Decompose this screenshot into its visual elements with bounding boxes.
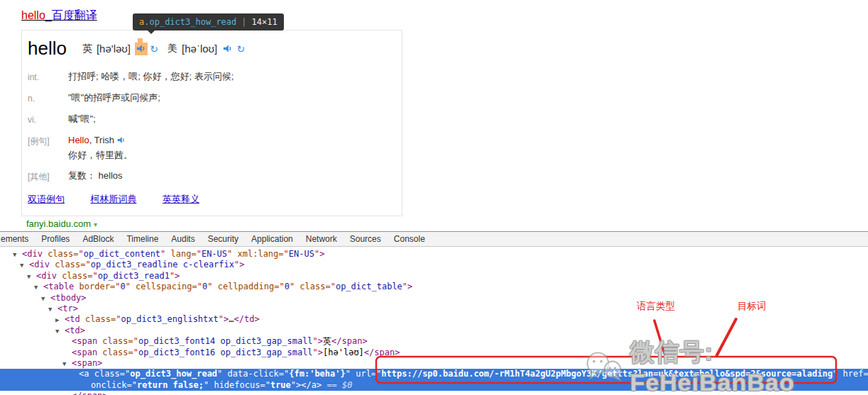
dom-tree-node[interactable]: ▼<table border="0" cellspacing="0" cellp… xyxy=(0,282,868,292)
uk-speaker-icon[interactable] xyxy=(135,43,148,55)
code-segment: <span xyxy=(72,336,97,346)
definition-text: 打招呼; 哈喽，喂; 你好，您好; 表示问候; xyxy=(68,69,234,84)
code-segment: op_dict3_englishtxt xyxy=(121,314,219,324)
code-segment: op_dict3_read1 xyxy=(98,271,170,281)
code-segment: op_dict3_font14 op_dict3_gap_small xyxy=(138,336,313,346)
dom-tree-node[interactable]: ▼<span> xyxy=(0,358,868,369)
code-segment: " xyxy=(85,260,90,269)
example-row: [例句] Hello, Trish 你好，特里茜。 xyxy=(28,133,397,162)
dropdown-arrow-icon[interactable]: ▾ xyxy=(94,221,97,228)
code-segment: hidefocus= xyxy=(209,380,265,390)
dom-tree-node[interactable]: ▼<div class="op_dict3_readline c-clearfi… xyxy=(0,260,868,270)
collapse-arrow-icon[interactable]: ▼ xyxy=(34,282,43,293)
code-segment: xml:lang= xyxy=(232,249,283,259)
title-rest: _百度翻译 xyxy=(45,9,97,21)
definition-text: "喂"的招呼声或问候声; xyxy=(68,91,160,106)
code-segment: > xyxy=(239,260,244,269)
link-collins-dict[interactable]: 柯林斯词典 xyxy=(90,194,136,204)
dom-tree-node[interactable]: ▼<div class="op_dict3_read1"> xyxy=(0,271,868,282)
expand-arrow-icon[interactable]: ▶ xyxy=(55,315,65,326)
other-row: [其他] 复数： hellos xyxy=(28,169,397,184)
code-segment: class= xyxy=(43,249,79,259)
code-segment: class= xyxy=(50,260,86,269)
elements-tree: ▼<div class="op_dict_content" lang="EN-U… xyxy=(0,247,868,395)
code-segment: https://sp0.baidu.com/-rM1hT4a2gU2pMbgoY… xyxy=(381,369,833,379)
collapse-arrow-icon[interactable]: ▼ xyxy=(55,326,65,337)
code-segment: </span> xyxy=(364,347,400,357)
plural-text: 复数： hellos xyxy=(68,169,123,184)
code-segment: </span> xyxy=(331,336,368,346)
code-segment: <div xyxy=(36,271,57,281)
code-segment: cellspacing= xyxy=(131,282,197,291)
dom-tree-node[interactable]: <span class="op_dict3_font16 op_dict3_ga… xyxy=(0,347,868,358)
dom-tree-selected-node[interactable]: onclick="return false;" hidefocus="true"… xyxy=(0,380,868,391)
code-segment: op_dict3_how_read xyxy=(130,369,217,379)
code-segment: lang= xyxy=(165,249,196,259)
tooltip-dimensions: 14×11 xyxy=(252,17,278,27)
dom-tree-node[interactable]: </span> xyxy=(0,391,868,395)
devtools-tab-application[interactable]: Application xyxy=(245,234,300,244)
uk-phonetic: [hə'ləʊ] xyxy=(97,43,131,55)
tooltip-class: .op_dict3_how_read xyxy=(144,17,236,27)
link-bilingual-examples[interactable]: 双语例句 xyxy=(28,194,65,204)
source-url: fanyi.baidu.com xyxy=(26,218,91,229)
us-speaker-icon[interactable] xyxy=(221,43,234,55)
dom-tree-selected-node[interactable]: <a class="op_dict3_how_read" data-click=… xyxy=(0,369,868,379)
dom-tree-node[interactable]: ▼<tr> xyxy=(0,304,868,314)
collapse-arrow-icon[interactable]: ▼ xyxy=(13,250,22,260)
dom-tree-node[interactable]: ▼<td> xyxy=(0,326,868,336)
headword: hello xyxy=(28,38,67,60)
collapse-arrow-icon[interactable]: ▼ xyxy=(20,260,29,271)
result-source[interactable]: fanyi.baidu.com▾ xyxy=(26,218,97,229)
code-segment: <tbody> xyxy=(50,293,87,303)
collapse-arrow-icon[interactable]: ▼ xyxy=(48,304,57,315)
dom-tree-node[interactable]: ▼<tbody> xyxy=(0,293,868,304)
uk-replay-icon[interactable]: ↻ xyxy=(148,43,160,55)
code-segment: EN-US xyxy=(289,249,314,259)
collapse-arrow-icon[interactable]: ▼ xyxy=(62,359,72,369)
code-segment: " xyxy=(219,314,224,324)
pos-label: int. xyxy=(28,69,68,84)
link-en-en-definition[interactable]: 英英释义 xyxy=(163,194,199,204)
definition-row: vi. 喊"喂"; xyxy=(28,112,397,127)
devtools-tab-sources[interactable]: Sources xyxy=(344,234,388,244)
code-segment: " xyxy=(133,347,138,357)
code-segment: onclick= xyxy=(91,380,132,390)
code-segment: <table xyxy=(43,282,74,291)
collapse-arrow-icon[interactable]: ▼ xyxy=(27,272,36,282)
speaker-icon xyxy=(223,44,233,53)
inspect-tooltip: a.op_dict3_how_read | 14×11 xyxy=(133,13,284,30)
us-replay-icon[interactable]: ↻ xyxy=(234,43,247,55)
devtools-tab-adblock[interactable]: AdBlock xyxy=(76,234,120,244)
devtools-tab-profiles[interactable]: Profiles xyxy=(35,234,76,244)
code-segment: cellpadding= xyxy=(212,282,279,291)
devtools-tab-timeline[interactable]: Timeline xyxy=(120,234,165,244)
us-phonetic: [həˈloʊ] xyxy=(182,43,217,55)
tooltip-divider: | xyxy=(241,17,246,27)
tooltip-tag: a xyxy=(139,17,144,27)
devtools-tab-audits[interactable]: Audits xyxy=(165,234,201,244)
dom-tree-node[interactable]: ▶<td class="op_dict3_englishtxt">…</td> xyxy=(0,314,868,325)
devtools-tab-console[interactable]: Console xyxy=(388,234,432,244)
us-label: 美 xyxy=(167,43,177,55)
code-segment: > xyxy=(318,336,323,346)
example-block: Hello, Trish 你好，特里茜。 xyxy=(68,133,133,162)
result-title-link[interactable]: hello_百度翻译 xyxy=(21,9,97,23)
example-speaker-icon[interactable] xyxy=(117,136,126,144)
devtools-tab-ements[interactable]: ements xyxy=(0,234,35,244)
code-segment: {fm:'beha'} xyxy=(289,369,345,379)
code-segment: class= xyxy=(80,314,116,324)
dom-tree-node[interactable]: ▼<div class="op_dict_content" lang="EN-U… xyxy=(0,249,868,260)
code-segment: </span> xyxy=(72,391,108,395)
example-highlight: Hello xyxy=(68,135,89,145)
code-segment: class= xyxy=(295,282,331,291)
devtools-tab-security[interactable]: Security xyxy=(202,234,245,244)
collapse-arrow-icon[interactable]: ▼ xyxy=(41,294,50,304)
devtools-tab-network[interactable]: Network xyxy=(300,234,344,244)
code-segment: EN-US xyxy=(202,249,227,259)
code-segment: " xyxy=(402,282,407,291)
dom-tree-node[interactable]: <span class="op_dict3_font14 op_dict3_ga… xyxy=(0,336,868,347)
definition-row: n. "喂"的招呼声或问候声; xyxy=(28,91,397,106)
code-segment: " xyxy=(133,336,138,346)
code-segment: ></a> xyxy=(296,380,322,390)
